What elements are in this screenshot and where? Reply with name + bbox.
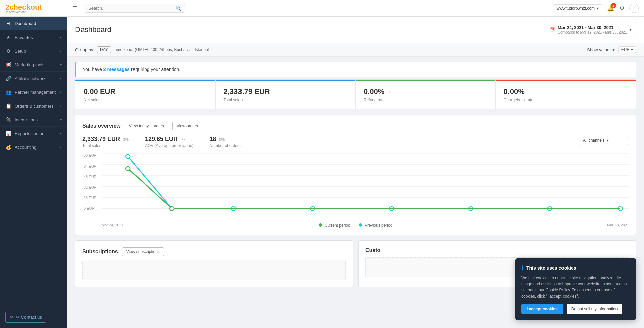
search-icon: 🔍 bbox=[176, 6, 181, 11]
metric-total-sales: 2,333.79 EUR 0% Total sales bbox=[82, 136, 129, 148]
view-subscriptions-button[interactable]: View subscriptions bbox=[122, 247, 164, 256]
domain-selector[interactable]: www.tudorpwnzt.com ▾ bbox=[553, 4, 602, 12]
chevron-down-icon: ▾ bbox=[597, 6, 599, 11]
sidebar-item-label: Marketing tools bbox=[15, 62, 57, 67]
sidebar-item-affiliate-network[interactable]: 🔗 Affiliate network ▾ bbox=[0, 72, 67, 85]
search-box[interactable]: 🔍 bbox=[85, 4, 185, 13]
search-input[interactable] bbox=[88, 6, 176, 11]
megaphone-icon: 📢 bbox=[5, 62, 11, 67]
logo-area: 2checkout is now Verifone bbox=[5, 3, 72, 14]
alert-link[interactable]: 2 messages bbox=[103, 67, 130, 72]
metric-card-net-sales: 0.00 EUR Net sales bbox=[75, 80, 216, 109]
settings-button[interactable]: ⚙ bbox=[619, 5, 625, 12]
date-range-picker[interactable]: 📅 Mar 24, 2021 - Mar 30, 2021 Compared t… bbox=[546, 22, 636, 37]
metric-label: Chargeback rate bbox=[504, 97, 628, 102]
users-icon: 👥 bbox=[5, 89, 11, 95]
gear-icon: ⚙ bbox=[5, 48, 11, 54]
alert-banner: You have 2 messages requiring your atten… bbox=[75, 62, 636, 77]
subscriptions-placeholder bbox=[82, 260, 346, 280]
help-button[interactable]: ? bbox=[629, 4, 639, 13]
metric-label: Total sales bbox=[224, 97, 347, 102]
cookie-banner: ℹ This site uses cookies We use cookies … bbox=[515, 258, 636, 320]
alert-text: You have bbox=[83, 67, 103, 72]
day-button[interactable]: DAY bbox=[97, 46, 111, 53]
currency-selector[interactable]: EUR ▾ bbox=[618, 46, 636, 53]
sidebar-item-integrations[interactable]: 🔌 Integrations ▾ bbox=[0, 113, 67, 127]
customers-header: Custo bbox=[365, 247, 629, 253]
cookie-title: This site uses cookies bbox=[526, 265, 576, 271]
dashboard-icon: ⊟ bbox=[5, 21, 11, 26]
metric-value: 0.00 EUR bbox=[84, 87, 207, 96]
email-icon: ✉ bbox=[10, 315, 13, 320]
logo: 2checkout is now Verifone bbox=[5, 3, 42, 14]
subscriptions-title: Subscriptions bbox=[82, 249, 118, 255]
chevron-down-icon: ▾ bbox=[60, 118, 62, 122]
sidebar-item-label: Orders & customers bbox=[15, 104, 57, 109]
topbar-center: ☰ 🔍 bbox=[72, 4, 553, 13]
x-label-end: Mar 28, 2021 bbox=[607, 223, 629, 227]
sidebar-item-marketing-tools[interactable]: 📢 Marketing tools ▾ bbox=[0, 58, 67, 72]
notifications-button[interactable]: 🔔 2 bbox=[607, 5, 614, 12]
hamburger-icon[interactable]: ☰ bbox=[72, 5, 78, 12]
chevron-down-icon: ▾ bbox=[60, 132, 62, 135]
metric-value: 0.00% → bbox=[364, 87, 487, 96]
decline-cookies-button[interactable]: Do not sell my information bbox=[567, 304, 623, 314]
metric-aov: 129.65 EUR 0% AOV (Average order value) bbox=[145, 136, 194, 148]
timezone-text: Time zone: (GMT+02:00) Athens, Bucharest… bbox=[114, 47, 209, 52]
sidebar-item-accounting[interactable]: 💰 Accounting ▾ bbox=[0, 140, 67, 154]
sidebar-item-favorites[interactable]: ★ Favorites ▾ bbox=[0, 30, 67, 44]
chevron-down-icon: ▾ bbox=[60, 145, 62, 149]
chevron-down-icon: ▾ bbox=[60, 63, 62, 67]
svg-point-14 bbox=[126, 167, 130, 171]
sales-chart bbox=[82, 153, 629, 220]
calendar-icon: 📅 bbox=[550, 27, 555, 32]
sidebar-item-label: Accounting bbox=[15, 145, 57, 150]
chevron-down-icon: ▾ bbox=[630, 27, 632, 32]
sidebar-item-setup[interactable]: ⚙ Setup ▾ bbox=[0, 44, 67, 58]
chevron-down-icon: ▾ bbox=[607, 138, 609, 143]
metric-card-total-sales: 2,333.79 EUR Total sales bbox=[216, 80, 356, 109]
alert-suffix: requiring your attention. bbox=[130, 67, 180, 72]
subscriptions-header: Subscriptions View subscriptions bbox=[82, 247, 346, 256]
accept-cookies-button[interactable]: I accept cookies bbox=[521, 304, 563, 314]
chevron-down-icon: ▾ bbox=[60, 49, 62, 53]
link-icon: 🔗 bbox=[5, 76, 11, 81]
view-todays-orders-button[interactable]: View today's orders bbox=[125, 122, 168, 130]
chevron-down-icon: ▾ bbox=[60, 104, 62, 108]
channels-selector[interactable]: All channels ▾ bbox=[579, 136, 629, 145]
cookie-header: ℹ This site uses cookies bbox=[521, 264, 630, 272]
plug-icon: 🔌 bbox=[5, 117, 11, 122]
sales-overview-title: Sales overview bbox=[82, 123, 121, 129]
show-value: Show value in: EUR ▾ bbox=[587, 46, 636, 53]
chevron-down-icon: ▾ bbox=[60, 77, 62, 80]
currency-text: EUR bbox=[621, 47, 630, 52]
sidebar-item-dashboard[interactable]: ⊟ Dashboard bbox=[0, 17, 67, 30]
sales-metrics: 2,333.79 EUR 0% Total sales 129.65 EUR 0… bbox=[82, 136, 629, 148]
sidebar-item-label: Favorites bbox=[15, 35, 57, 40]
group-by-label: Group by: bbox=[75, 47, 94, 52]
subscriptions-section: Subscriptions View subscriptions bbox=[75, 240, 353, 287]
metric-orders: 18 0% Number of orders bbox=[209, 136, 240, 148]
money-icon: 💰 bbox=[5, 144, 11, 150]
sales-header: Sales overview View today's orders View … bbox=[82, 122, 629, 130]
sales-overview-section: Sales overview View today's orders View … bbox=[75, 115, 636, 235]
sidebar-item-reports-center[interactable]: 📊 Reports center ▾ bbox=[0, 127, 67, 140]
sm-value: 2,333.79 EUR 0% bbox=[82, 136, 129, 143]
domain-text: www.tudorpwnzt.com bbox=[557, 6, 595, 11]
metric-cards: 0.00 EUR Net sales 2,333.79 EUR Total sa… bbox=[75, 79, 636, 109]
sidebar: ⊟ Dashboard ★ Favorites ▾ ⚙ Setup ▾ 📢 Ma… bbox=[0, 17, 67, 328]
show-value-label: Show value in: bbox=[587, 47, 615, 52]
sidebar-item-label: Setup bbox=[15, 49, 57, 54]
view-orders-button[interactable]: View orders bbox=[172, 122, 202, 130]
sidebar-item-label: Affiliate network bbox=[15, 76, 57, 81]
metric-card-chargeback-rate: 0.00% → Chargeback rate bbox=[496, 80, 636, 109]
sm-label: Number of orders bbox=[209, 143, 240, 148]
notification-badge: 2 bbox=[611, 3, 616, 8]
contact-us-button[interactable]: ✉ ✉ Contact us bbox=[5, 312, 46, 323]
star-icon: ★ bbox=[5, 35, 11, 40]
sidebar-item-orders-customers[interactable]: 📋 Orders & customers ▾ bbox=[0, 99, 67, 113]
metric-label: Net sales bbox=[84, 97, 207, 102]
chevron-down-icon: ▾ bbox=[60, 90, 62, 94]
sidebar-item-partner-management[interactable]: 👥 Partner management ▾ bbox=[0, 85, 67, 99]
sm-value: 18 0% bbox=[209, 136, 240, 143]
